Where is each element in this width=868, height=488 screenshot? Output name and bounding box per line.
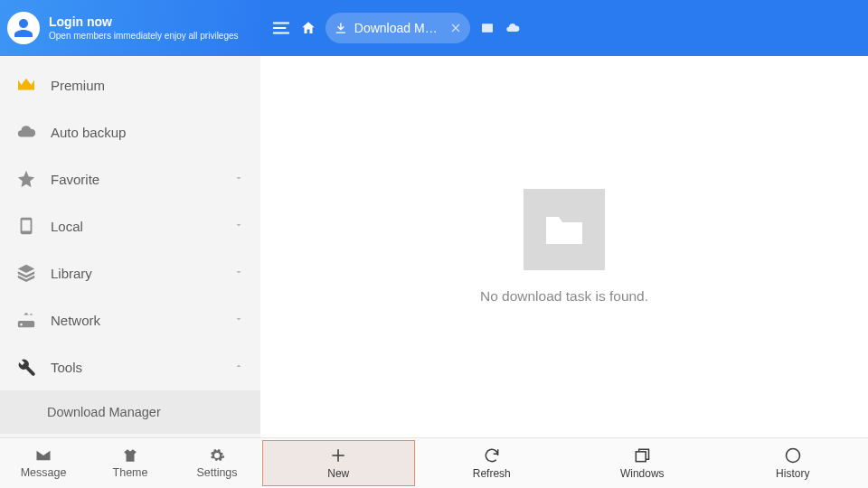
plus-icon: [329, 446, 347, 465]
label: Refresh: [473, 467, 511, 480]
bottom-action-history[interactable]: History: [718, 438, 869, 488]
sidebar-bottom-theme[interactable]: Theme: [87, 438, 174, 488]
sidebar-item-label: Auto backup: [51, 125, 126, 140]
sidebar-item-local[interactable]: Local: [0, 202, 260, 249]
empty-state-text: No download task is found.: [480, 288, 648, 305]
sidebar-subitem-download-manager[interactable]: Download Manager: [0, 390, 260, 434]
download-arrow-icon: [335, 22, 347, 34]
sidebar-item-label: Library: [51, 266, 92, 281]
sidebar-item-label: Network: [51, 313, 100, 328]
sidebar-bottom-bar: Message Theme Settings: [0, 437, 260, 488]
sidebar-nav: Premium Auto backup Favorite Local: [0, 56, 260, 437]
sidebar-item-library[interactable]: Library: [0, 249, 260, 296]
shirt-icon: [122, 447, 138, 464]
empty-folder-icon: [524, 189, 605, 270]
login-subtitle: Open members immediately enjoy all privi…: [49, 31, 239, 41]
sidebar-subitem-label: Download Manager: [47, 405, 161, 419]
main-bottom-bar: New Refresh Windows History: [260, 437, 868, 488]
sidebar-item-label: Favorite: [51, 172, 99, 187]
router-icon: [16, 310, 36, 330]
crown-icon: [16, 75, 36, 95]
envelope-icon: [35, 447, 52, 464]
label: Windows: [620, 467, 665, 480]
chevron-down-icon: [233, 265, 244, 281]
label: New: [327, 467, 349, 480]
sidebar-item-favorite[interactable]: Favorite: [0, 155, 260, 202]
menu-icon[interactable]: [271, 18, 291, 38]
chevron-down-icon: [233, 171, 244, 187]
sidebar-item-network[interactable]: Network: [0, 296, 260, 343]
star-icon: [16, 169, 36, 189]
home-icon[interactable]: [300, 20, 316, 36]
content-area: No download task is found.: [260, 56, 868, 437]
sidebar-item-premium[interactable]: Premium: [0, 61, 260, 108]
window-icon[interactable]: [479, 21, 495, 35]
label: Theme: [113, 466, 148, 479]
tab-label: Download Ma…: [354, 21, 443, 35]
sidebar-bottom-settings[interactable]: Settings: [174, 438, 260, 488]
phone-icon: [16, 216, 36, 236]
sidebar: Login now Open members immediately enjoy…: [0, 0, 260, 488]
bottom-action-windows[interactable]: Windows: [567, 438, 718, 488]
label: Settings: [196, 466, 237, 479]
bottom-action-new[interactable]: New: [262, 440, 415, 486]
tab-download-manager[interactable]: Download Ma…: [326, 13, 470, 43]
login-banner[interactable]: Login now Open members immediately enjoy…: [0, 0, 260, 56]
bottom-action-refresh[interactable]: Refresh: [417, 438, 568, 488]
login-text: Login now Open members immediately enjoy…: [49, 15, 239, 41]
label: History: [776, 467, 809, 480]
cloud-icon[interactable]: [505, 21, 521, 35]
label: Message: [21, 466, 67, 479]
sidebar-item-label: Premium: [51, 78, 105, 93]
chevron-up-icon: [233, 359, 244, 375]
refresh-icon: [483, 446, 501, 465]
layers-icon: [16, 263, 36, 283]
sidebar-item-tools[interactable]: Tools: [0, 343, 260, 390]
topbar: Download Ma…: [260, 0, 868, 56]
chevron-down-icon: [233, 312, 244, 328]
cloud-backup-icon: [16, 122, 36, 142]
sidebar-item-label: Tools: [51, 360, 82, 375]
wrench-icon: [16, 357, 36, 377]
sidebar-item-autobackup[interactable]: Auto backup: [0, 108, 260, 155]
gear-icon: [209, 447, 225, 464]
close-icon[interactable]: [448, 21, 463, 35]
svg-rect-0: [482, 23, 493, 32]
clock-icon: [784, 446, 802, 465]
main: Download Ma… No download task is found. …: [260, 0, 868, 488]
sidebar-item-label: Local: [51, 219, 83, 234]
avatar: [7, 12, 40, 44]
sidebar-bottom-message[interactable]: Message: [0, 438, 87, 488]
person-icon: [13, 17, 34, 39]
login-title: Login now: [49, 15, 239, 29]
chevron-down-icon: [233, 218, 244, 234]
windows-icon: [633, 446, 651, 465]
svg-rect-1: [637, 452, 646, 462]
